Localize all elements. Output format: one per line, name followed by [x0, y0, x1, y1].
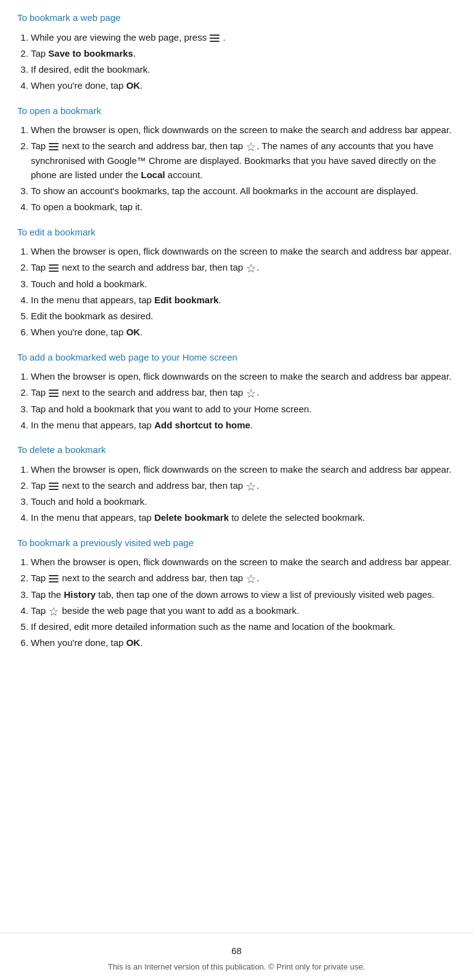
menu-icon-4a: [49, 390, 59, 397]
step-4-2: Tap next to the search and address bar, …: [31, 385, 456, 399]
section-open-bookmark: To open a bookmark When the browser is o…: [17, 104, 456, 214]
step-6-5: If desired, edit more detailed informati…: [31, 619, 456, 634]
section-title-3: To edit a bookmark: [17, 226, 456, 240]
step-2-1: When the browser is open, flick downward…: [31, 123, 456, 137]
steps-list-1: While you are viewing the web page, pres…: [31, 30, 456, 93]
step-1-4: When you're done, tap OK.: [31, 78, 456, 92]
menu-icon-2a: [49, 143, 59, 150]
step-3-3: Touch and hold a bookmark.: [31, 277, 456, 291]
step-4-3: Tap and hold a bookmark that you want to…: [31, 402, 456, 416]
step-3-4: In the menu that appears, tap Edit bookm…: [31, 293, 456, 307]
step-4-1: When the browser is open, flick downward…: [31, 369, 456, 383]
steps-list-4: When the browser is open, flick downward…: [31, 369, 456, 432]
step-1-2: Tap Save to bookmarks.: [31, 46, 456, 60]
menu-icon-5a: [49, 483, 59, 490]
star-icon-4a: [246, 388, 256, 398]
step-3-1: When the browser is open, flick downward…: [31, 244, 456, 258]
section-title-5: To delete a bookmark: [17, 443, 456, 457]
page-number: 68: [0, 944, 473, 958]
steps-list-6: When the browser is open, flick downward…: [31, 555, 456, 650]
step-3-6: When you're done, tap OK.: [31, 325, 456, 339]
step-5-4: In the menu that appears, tap Delete boo…: [31, 510, 456, 525]
star-icon-2a: [246, 142, 256, 152]
section-edit-bookmark: To edit a bookmark When the browser is o…: [17, 226, 456, 340]
step-3-5: Edit the bookmark as desired.: [31, 309, 456, 323]
section-bookmark-web-page: To bookmark a web page While you are vie…: [17, 11, 456, 93]
step-2-3: To show an account's bookmarks, tap the …: [31, 184, 456, 198]
star-icon-5a: [246, 481, 256, 491]
page-footer: 68 This is an Internet version of this p…: [0, 933, 473, 980]
step-1-3: If desired, edit the bookmark.: [31, 62, 456, 76]
star-icon-6b: [49, 606, 59, 616]
footer-note: This is an Internet version of this publ…: [0, 961, 473, 973]
main-content: To bookmark a web page While you are vie…: [0, 0, 473, 698]
step-5-2: Tap next to the search and address bar, …: [31, 478, 456, 492]
steps-list-2: When the browser is open, flick downward…: [31, 123, 456, 214]
section-title-2: To open a bookmark: [17, 104, 456, 118]
section-delete-bookmark: To delete a bookmark When the browser is…: [17, 443, 456, 525]
section-title-1: To bookmark a web page: [17, 11, 456, 25]
step-2-4: To open a bookmark, tap it.: [31, 200, 456, 214]
step-6-1: When the browser is open, flick downward…: [31, 555, 456, 569]
menu-icon-6a: [49, 575, 59, 582]
step-5-3: Touch and hold a bookmark.: [31, 494, 456, 508]
step-6-2: Tap next to the search and address bar, …: [31, 571, 456, 585]
step-1-1: While you are viewing the web page, pres…: [31, 30, 456, 44]
section-title-6: To bookmark a previously visited web pag…: [17, 536, 456, 550]
steps-list-5: When the browser is open, flick downward…: [31, 462, 456, 525]
star-icon-6a: [246, 574, 256, 584]
section-title-4: To add a bookmarked web page to your Hom…: [17, 351, 456, 365]
star-icon-3a: [246, 263, 256, 273]
menu-icon: [210, 35, 220, 42]
step-6-3: Tap the History tab, then tap one of the…: [31, 587, 456, 602]
step-4-4: In the menu that appears, tap Add shortc…: [31, 418, 456, 432]
menu-icon-3a: [49, 264, 59, 272]
step-6-6: When you're done, tap OK.: [31, 635, 456, 650]
step-3-2: Tap next to the search and address bar, …: [31, 260, 456, 274]
section-add-bookmarked-home: To add a bookmarked web page to your Hom…: [17, 351, 456, 433]
step-5-1: When the browser is open, flick downward…: [31, 462, 456, 476]
steps-list-3: When the browser is open, flick downward…: [31, 244, 456, 340]
step-2-2: Tap next to the search and address bar, …: [31, 139, 456, 182]
section-bookmark-previously-visited: To bookmark a previously visited web pag…: [17, 536, 456, 650]
step-6-4: Tap beside the web page that you want to…: [31, 603, 456, 618]
